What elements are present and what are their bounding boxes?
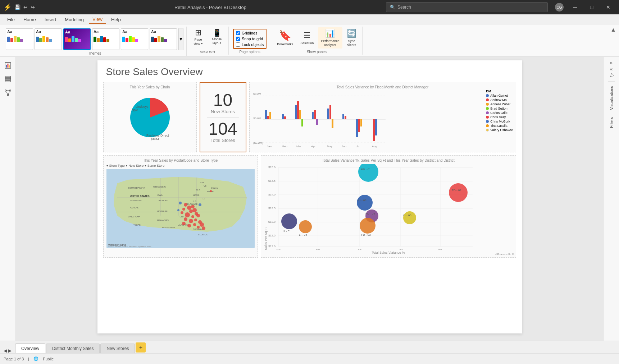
svg-text:MASS.: MASS.: [193, 194, 200, 196]
bubble-chart-svg: $15.0 $14.5 $14.0 $13.5 $13.0 $12.5 $12.…: [268, 164, 476, 250]
svg-text:IOWA: IOWA: [157, 194, 163, 196]
map-container: SOUTH DAKOTA WISCONSIN NEBRASKA KANSAS O…: [106, 169, 255, 248]
bar-chart-box[interactable]: Total Sales Variance by FiscalMonth and …: [249, 82, 516, 152]
svg-text:$15.0: $15.0: [268, 166, 276, 169]
pie-chart-title: This Year Sales by Chain: [106, 85, 194, 89]
bookmarks-button[interactable]: 🔖 Bookmarks: [274, 28, 296, 47]
collapse-left-icon[interactable]: «: [610, 60, 613, 65]
canvas-area[interactable]: Store Sales Overview This Year Sales by …: [16, 57, 603, 341]
menu-insert[interactable]: Insert: [41, 15, 60, 24]
svg-point-89: [189, 209, 193, 213]
svg-point-147: [299, 220, 312, 233]
svg-rect-26: [269, 112, 271, 119]
map-store-type: Store Type: [109, 164, 124, 167]
menu-file[interactable]: File: [4, 15, 18, 24]
close-button[interactable]: ✕: [601, 0, 615, 14]
svg-point-109: [210, 190, 212, 192]
svg-point-93: [185, 212, 190, 217]
theme-executive[interactable]: Aa: [150, 28, 177, 50]
svg-rect-35: [316, 119, 318, 125]
svg-text:-4%: -4%: [356, 248, 361, 250]
page-options-checkboxes: Gridlines Snap to grid Lock objects: [233, 29, 267, 49]
gridlines-checkbox-label[interactable]: Gridlines: [236, 31, 264, 35]
svg-text:$14.5: $14.5: [268, 179, 276, 183]
mobile-layout-button[interactable]: 📱 Mobilelayout: [208, 28, 226, 47]
visualizations-panel-label[interactable]: Visualizations: [608, 81, 615, 113]
page-prev-button[interactable]: ◀: [4, 348, 7, 353]
legend-annelie: Annelie Zubar: [486, 102, 513, 106]
search-box[interactable]: 🔍 Search: [386, 2, 548, 12]
page-next-button[interactable]: ▶: [8, 348, 12, 353]
menu-modeling[interactable]: Modeling: [61, 15, 87, 24]
map-box[interactable]: This Year Sales by PostalCode and Store …: [103, 155, 258, 258]
add-page-button[interactable]: +: [136, 342, 146, 353]
filters-panel-label[interactable]: Filters: [608, 114, 615, 131]
kpi-box[interactable]: 10 New Stores 104 Total Stores: [200, 82, 246, 152]
sidebar-report-icon[interactable]: [2, 60, 14, 71]
search-placeholder: Search: [397, 5, 411, 10]
svg-rect-5: [5, 78, 11, 80]
selection-button[interactable]: ☰ Selection: [297, 29, 317, 46]
minimize-button[interactable]: ─: [568, 0, 582, 14]
quick-access-redo[interactable]: ↪: [31, 4, 35, 10]
tab-overview[interactable]: Overview: [15, 344, 45, 353]
menu-help[interactable]: Help: [108, 15, 124, 24]
lock-objects-checkbox[interactable]: [236, 42, 240, 47]
svg-line-11: [6, 91, 8, 94]
ribbon-scroll-right[interactable]: ▲: [610, 27, 616, 33]
quick-access-undo[interactable]: ↩: [23, 4, 28, 10]
lock-objects-checkbox-label[interactable]: Lock objects: [236, 42, 264, 47]
sync-slicers-button[interactable]: 🔄 Syncslicers: [344, 27, 359, 49]
svg-text:$6M: $6M: [132, 109, 138, 112]
sidebar-data-icon[interactable]: [2, 73, 14, 85]
tab-new-stores[interactable]: New Stores: [100, 344, 135, 353]
bubble-chart-box[interactable]: Total Sales Variance %, Sales Per Sq Ft …: [261, 155, 516, 258]
svg-point-137: [449, 183, 468, 202]
svg-text:FD - 03: FD - 03: [361, 233, 371, 236]
theme-city-park[interactable]: Aa: [35, 28, 62, 50]
theme-default[interactable]: Aa: [6, 28, 33, 50]
svg-point-8: [9, 90, 11, 91]
svg-point-94: [191, 215, 194, 218]
map-new-store: New Store: [128, 164, 144, 167]
svg-text:May: May: [327, 145, 332, 148]
menu-view[interactable]: View: [89, 15, 106, 24]
theme-colorblind[interactable]: Aa: [92, 28, 119, 50]
tab-district-monthly-sales[interactable]: District Monthly Sales: [46, 344, 100, 353]
svg-text:-2%: -2%: [398, 248, 403, 250]
snap-to-grid-checkbox[interactable]: [236, 37, 240, 41]
svg-rect-38: [332, 119, 333, 128]
svg-rect-3: [9, 65, 10, 68]
svg-text:N.H.: N.H.: [200, 181, 204, 184]
menu-home[interactable]: Home: [20, 15, 40, 24]
svg-point-86: [187, 206, 191, 210]
svg-text:LI - 01: LI - 01: [283, 230, 291, 233]
ribbon-show-panes-group: 🔖 Bookmarks ☰ Selection 📊 Performanceana…: [271, 27, 363, 55]
theme-classroom[interactable]: Aa: [63, 28, 91, 50]
svg-point-104: [197, 226, 200, 229]
themes-label: Themes: [3, 51, 186, 55]
quick-access-save[interactable]: 💾: [14, 4, 21, 10]
svg-text:NEBRASKA: NEBRASKA: [130, 199, 142, 202]
svg-rect-1: [6, 65, 7, 68]
themes-scroll[interactable]: ▼: [178, 28, 183, 50]
svg-point-97: [189, 219, 193, 223]
performance-analyzer-button[interactable]: 📊 Performanceanalyzer: [318, 27, 342, 49]
page-visibility-label: Public: [43, 357, 54, 361]
bottom-row: This Year Sales by PostalCode and Store …: [97, 154, 522, 263]
svg-text:GEORGIA: GEORGIA: [193, 228, 203, 230]
collapse-left-icon2[interactable]: «: [610, 66, 613, 72]
sidebar-model-icon[interactable]: [2, 87, 14, 98]
snap-to-grid-checkbox-label[interactable]: Snap to grid: [236, 37, 264, 41]
svg-text:$12.5: $12.5: [268, 234, 276, 237]
legend-tina: Tina Lassila: [486, 124, 513, 128]
page-view-button[interactable]: ⊞ Pageview ▾: [190, 27, 207, 47]
page-tabs: ◀ ▶ Overview District Monthly Sales New …: [0, 341, 619, 353]
main-layout: Store Sales Overview This Year Sales by …: [0, 57, 619, 341]
pie-chart-box[interactable]: This Year Sales by Chain Lindseys $6M Fa…: [103, 82, 197, 152]
theme-electric[interactable]: Aa: [121, 28, 148, 50]
gridlines-checkbox[interactable]: [236, 31, 240, 35]
svg-point-145: [360, 218, 376, 234]
maximize-button[interactable]: □: [584, 0, 599, 14]
collapse-diagonal-icon[interactable]: ◁: [608, 72, 615, 79]
